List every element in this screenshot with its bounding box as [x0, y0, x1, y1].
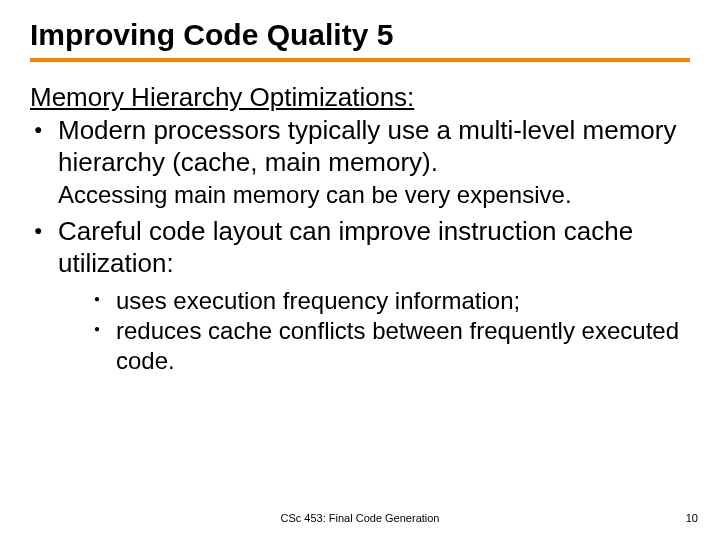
slide-number: 10 [686, 512, 698, 524]
bullet-text: Careful code layout can improve instruct… [58, 216, 633, 278]
bullet-text: Modern processors typically use a multi-… [58, 115, 676, 177]
slide-title: Improving Code Quality 5 [30, 18, 690, 52]
footer-center: CSc 453: Final Code Generation [0, 512, 720, 524]
sub-bullet-text: uses execution frequency information; [116, 287, 520, 314]
slide: Improving Code Quality 5 Memory Hierarch… [0, 0, 720, 540]
sub-bullet-list: uses execution frequency information; re… [58, 286, 690, 376]
sub-bullet-text: reduces cache conflicts between frequent… [116, 317, 679, 374]
list-item: reduces cache conflicts between frequent… [90, 316, 690, 376]
bullet-list: Modern processors typically use a multi-… [30, 115, 690, 376]
list-item: Modern processors typically use a multi-… [30, 115, 690, 210]
title-rule [30, 58, 690, 62]
list-item: uses execution frequency information; [90, 286, 690, 316]
list-item: Careful code layout can improve instruct… [30, 216, 690, 375]
section-heading: Memory Hierarchy Optimizations: [30, 82, 690, 113]
bullet-subtext: Accessing main memory can be very expens… [58, 180, 690, 210]
